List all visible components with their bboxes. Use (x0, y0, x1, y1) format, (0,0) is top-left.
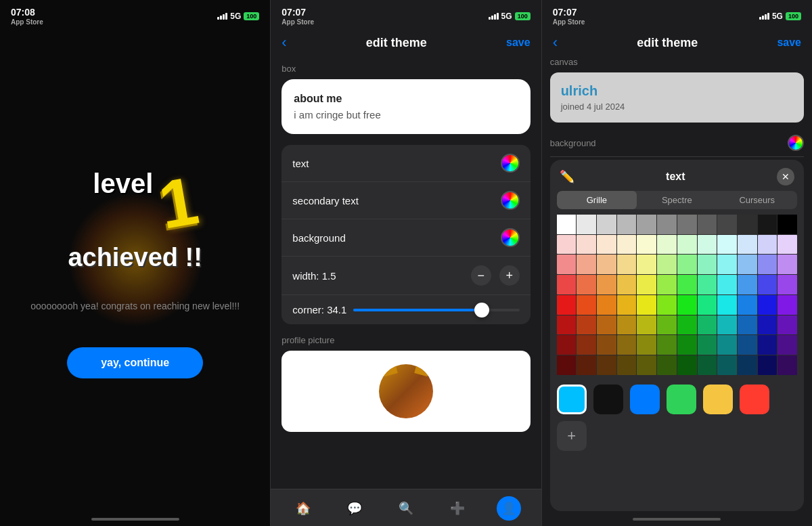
color-cell[interactable] (738, 315, 757, 335)
background-color-wheel[interactable] (501, 228, 520, 247)
color-cell[interactable] (677, 315, 697, 335)
tab-spectre[interactable]: Spectre (637, 191, 717, 209)
color-cell[interactable] (758, 275, 777, 294)
color-cell[interactable] (637, 295, 656, 315)
gray-cell[interactable] (637, 215, 656, 234)
background-color-row[interactable]: background (281, 219, 530, 257)
gray-cell[interactable] (557, 215, 577, 234)
gray-cell[interactable] (617, 215, 637, 234)
modal-close-button[interactable]: ✕ (777, 168, 794, 185)
color-cell[interactable] (777, 335, 797, 355)
preset-swatch[interactable] (593, 385, 623, 414)
color-cell[interactable] (557, 355, 577, 375)
color-cell[interactable] (717, 275, 737, 294)
color-cell[interactable] (698, 335, 717, 355)
color-cell[interactable] (637, 335, 656, 355)
tab-curseurs[interactable]: Curseurs (717, 191, 797, 209)
color-cell[interactable] (617, 295, 637, 315)
gray-cell[interactable] (777, 215, 797, 234)
gray-cell[interactable] (738, 215, 757, 234)
color-cell[interactable] (617, 235, 637, 255)
color-cell[interactable] (577, 315, 596, 335)
color-cell[interactable] (738, 355, 757, 375)
color-cell[interactable] (577, 295, 596, 315)
width-increase-button[interactable]: + (499, 265, 520, 286)
color-cell[interactable] (657, 235, 677, 255)
secondary-text-color-wheel[interactable] (501, 191, 520, 210)
gray-cell[interactable] (698, 215, 717, 234)
color-cell[interactable] (677, 295, 697, 315)
color-cell[interactable] (677, 355, 697, 375)
add-preset-button[interactable]: + (557, 421, 587, 451)
color-cell[interactable] (577, 335, 596, 355)
tab-grille[interactable]: Grille (557, 191, 637, 209)
color-cell[interactable] (677, 275, 697, 294)
color-cell[interactable] (677, 255, 697, 274)
color-cell[interactable] (557, 235, 577, 255)
color-cell[interactable] (698, 275, 717, 294)
color-cell[interactable] (657, 295, 677, 315)
color-cell[interactable] (698, 255, 717, 274)
color-cell[interactable] (738, 255, 757, 274)
chat-nav-icon[interactable]: 💬 (342, 496, 367, 521)
color-cell[interactable] (577, 255, 596, 274)
color-cell[interactable] (597, 295, 616, 315)
color-cell[interactable] (617, 255, 637, 274)
search-nav-icon[interactable]: 🔍 (394, 496, 418, 521)
color-cell[interactable] (777, 275, 797, 294)
color-cell[interactable] (698, 295, 717, 315)
continue-button[interactable]: yay, continue (67, 347, 203, 378)
color-cell[interactable] (717, 335, 737, 355)
color-cell[interactable] (657, 315, 677, 335)
color-cell[interactable] (597, 315, 616, 335)
width-decrease-button[interactable]: − (471, 265, 491, 286)
color-cell[interactable] (758, 235, 777, 255)
save-button-3[interactable]: save (777, 37, 801, 49)
color-cell[interactable] (617, 355, 637, 375)
color-cell[interactable] (597, 255, 616, 274)
color-cell[interactable] (777, 255, 797, 274)
color-cell[interactable] (777, 295, 797, 315)
color-cell[interactable] (637, 355, 656, 375)
color-cell[interactable] (557, 255, 577, 274)
gray-cell[interactable] (597, 215, 616, 234)
color-cell[interactable] (657, 255, 677, 274)
color-cell[interactable] (717, 255, 737, 274)
gray-cell[interactable] (657, 215, 677, 234)
color-cell[interactable] (717, 355, 737, 375)
color-cell[interactable] (758, 355, 777, 375)
color-cell[interactable] (758, 335, 777, 355)
color-cell[interactable] (597, 275, 616, 294)
profile-nav-icon[interactable]: 👤 (497, 496, 521, 521)
color-cell[interactable] (758, 315, 777, 335)
secondary-text-color-row[interactable]: secondary text (281, 182, 530, 219)
color-cell[interactable] (557, 275, 577, 294)
color-cell[interactable] (698, 315, 717, 335)
color-cell[interactable] (597, 235, 616, 255)
color-cell[interactable] (698, 235, 717, 255)
color-cell[interactable] (557, 295, 577, 315)
color-cell[interactable] (617, 315, 637, 335)
color-cell[interactable] (657, 335, 677, 355)
gray-cell[interactable] (677, 215, 697, 234)
color-cell[interactable] (577, 235, 596, 255)
color-cell[interactable] (738, 235, 757, 255)
home-nav-icon[interactable]: 🏠 (291, 496, 315, 521)
preset-swatch[interactable] (667, 385, 696, 414)
color-cell[interactable] (657, 275, 677, 294)
bg-color-wheel[interactable] (788, 135, 804, 151)
color-cell[interactable] (657, 355, 677, 375)
color-cell[interactable] (677, 235, 697, 255)
color-cell[interactable] (617, 275, 637, 294)
color-cell[interactable] (637, 255, 656, 274)
back-button-2[interactable]: ‹ (281, 34, 286, 51)
color-cell[interactable] (777, 355, 797, 375)
color-cell[interactable] (597, 335, 616, 355)
gray-cell[interactable] (758, 215, 777, 234)
color-cell[interactable] (557, 335, 577, 355)
save-button-2[interactable]: save (506, 37, 531, 49)
preset-swatch[interactable] (703, 385, 733, 414)
color-cell[interactable] (717, 315, 737, 335)
color-cell[interactable] (738, 275, 757, 294)
color-cell[interactable] (677, 335, 697, 355)
